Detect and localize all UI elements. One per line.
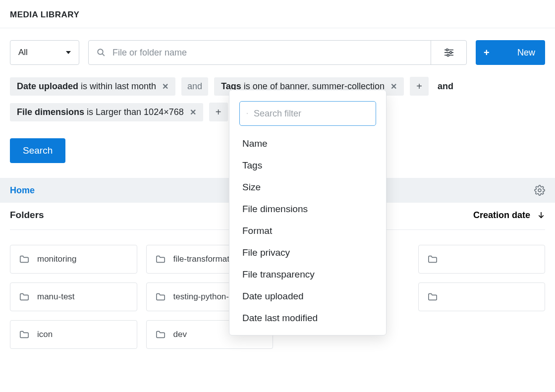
sort-control[interactable]: Creation date bbox=[473, 210, 545, 221]
folders-heading: Folders bbox=[10, 210, 44, 221]
filter-option-file-dimensions[interactable]: File dimensions bbox=[229, 198, 386, 220]
folder-name: manu-test bbox=[37, 292, 75, 302]
folder-name: monitoring bbox=[37, 254, 76, 264]
folder-card[interactable] bbox=[418, 282, 546, 311]
folder-icon bbox=[155, 330, 166, 339]
plus-icon: + bbox=[484, 48, 490, 57]
svg-point-5 bbox=[449, 52, 451, 54]
toolbar: All + New bbox=[0, 28, 555, 65]
filter-and-connector[interactable]: and bbox=[181, 77, 208, 96]
close-icon[interactable]: ✕ bbox=[390, 82, 397, 91]
search-icon bbox=[247, 109, 248, 118]
filter-chip-date-uploaded[interactable]: Date uploaded is within last month ✕ bbox=[10, 77, 175, 96]
folder-card[interactable]: manu-test bbox=[10, 282, 137, 311]
close-icon[interactable]: ✕ bbox=[190, 108, 196, 117]
folder-icon bbox=[427, 254, 439, 264]
folder-icon bbox=[427, 292, 439, 302]
add-and-condition-button[interactable]: + bbox=[410, 77, 429, 96]
filter-option-file-transparency[interactable]: File transparency bbox=[229, 264, 386, 285]
folder-icon bbox=[18, 330, 30, 339]
folder-icon bbox=[18, 292, 30, 302]
filter-option-date-uploaded[interactable]: Date uploaded bbox=[229, 285, 386, 307]
new-button-label: New bbox=[517, 48, 535, 58]
search-input-wrap bbox=[89, 41, 431, 64]
type-filter-value: All bbox=[18, 48, 28, 57]
search-bar bbox=[88, 40, 467, 65]
filter-chip-file-dimensions[interactable]: File dimensions is Larger than 1024×768 … bbox=[10, 103, 203, 121]
svg-point-10 bbox=[538, 189, 541, 192]
svg-point-7 bbox=[447, 54, 449, 56]
svg-point-3 bbox=[446, 49, 448, 51]
search-icon bbox=[97, 48, 106, 57]
svg-line-1 bbox=[103, 54, 105, 56]
add-filter-popover: Name Tags Size File dimensions Format Fi… bbox=[229, 90, 387, 336]
search-input[interactable] bbox=[112, 48, 423, 58]
sliders-icon bbox=[444, 48, 454, 57]
filter-option-date-last-modified[interactable]: Date last modified bbox=[229, 307, 386, 329]
svg-point-8 bbox=[247, 113, 247, 113]
filters-area: Date uploaded is within last month ✕ and… bbox=[0, 65, 555, 163]
popover-search-input[interactable] bbox=[254, 109, 369, 119]
folder-name: dev bbox=[173, 330, 187, 339]
search-settings-button[interactable] bbox=[431, 41, 466, 64]
filter-option-name[interactable]: Name bbox=[229, 133, 386, 155]
page-header: MEDIA LIBRARY bbox=[0, 0, 555, 28]
filter-option-file-privacy[interactable]: File privacy bbox=[229, 242, 386, 264]
type-filter-select[interactable]: All bbox=[10, 40, 79, 65]
gear-icon bbox=[534, 185, 545, 196]
filter-and-label: and bbox=[435, 81, 456, 92]
add-and-condition-button[interactable]: + bbox=[209, 103, 228, 121]
folder-card[interactable]: monitoring bbox=[10, 245, 137, 274]
popover-search-wrap bbox=[239, 101, 376, 126]
folder-card[interactable]: icon bbox=[10, 320, 137, 349]
svg-point-0 bbox=[98, 49, 103, 55]
chevron-down-icon bbox=[66, 51, 71, 54]
folder-icon bbox=[155, 292, 166, 302]
folder-name: icon bbox=[37, 330, 53, 339]
sort-label: Creation date bbox=[473, 210, 530, 221]
arrow-down-icon bbox=[537, 211, 545, 220]
folder-card[interactable] bbox=[418, 245, 546, 274]
breadcrumb-home[interactable]: Home bbox=[10, 185, 35, 196]
folder-icon bbox=[18, 254, 30, 264]
filter-option-format[interactable]: Format bbox=[229, 220, 386, 242]
settings-button[interactable] bbox=[534, 185, 545, 196]
filter-option-tags[interactable]: Tags bbox=[229, 155, 386, 176]
search-button[interactable]: Search bbox=[10, 138, 65, 163]
new-button[interactable]: + New bbox=[476, 40, 545, 65]
page-title: MEDIA LIBRARY bbox=[10, 10, 545, 20]
folder-icon bbox=[155, 254, 166, 264]
close-icon[interactable]: ✕ bbox=[162, 82, 168, 91]
filter-option-size[interactable]: Size bbox=[229, 176, 386, 198]
